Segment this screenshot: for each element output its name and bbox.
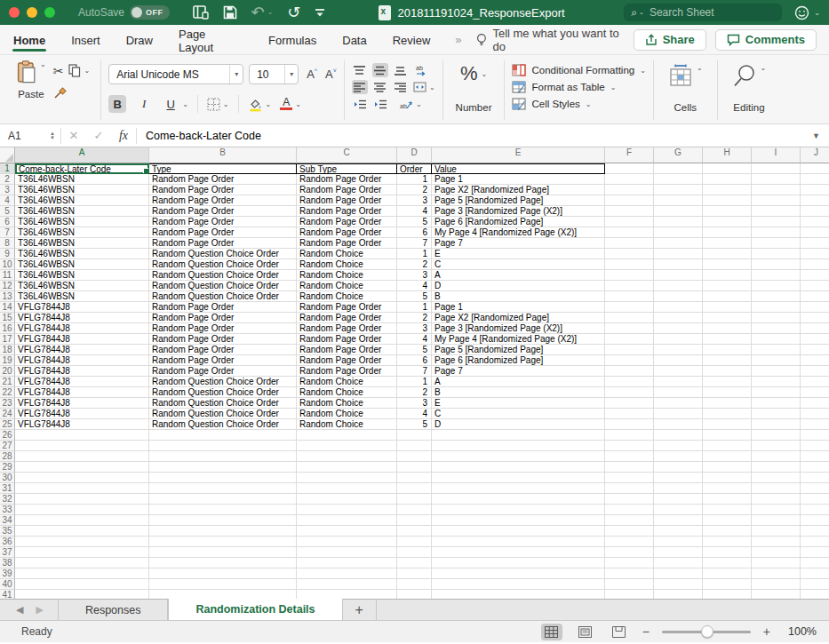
cell-G26[interactable] <box>654 430 703 441</box>
cell-H12[interactable] <box>703 281 752 291</box>
cell-D28[interactable] <box>397 451 432 462</box>
cell-C12[interactable]: Random Choice <box>297 281 397 291</box>
row-header-21[interactable]: 21 <box>0 377 15 387</box>
cell-C27[interactable] <box>297 441 397 451</box>
fullscreen-window-button[interactable] <box>44 7 55 18</box>
cell-D2[interactable]: 1 <box>397 174 432 185</box>
tab-insert[interactable]: Insert <box>70 27 101 52</box>
cell-D26[interactable] <box>397 430 432 441</box>
cancel-entry-icon[interactable]: ✕ <box>61 129 86 142</box>
row-header-4[interactable]: 4 <box>0 195 15 206</box>
cell-E6[interactable]: Page 6 [Randomized Page] <box>432 217 605 227</box>
column-header-J[interactable]: J <box>801 147 829 163</box>
column-header-A[interactable]: A <box>15 147 149 163</box>
cell-A36[interactable] <box>15 537 149 547</box>
cell-J32[interactable] <box>801 494 829 505</box>
cell-G1[interactable] <box>654 163 703 174</box>
cell-H17[interactable] <box>703 334 752 345</box>
cell-B35[interactable] <box>149 526 297 537</box>
cell-F16[interactable] <box>605 323 654 334</box>
cell-F20[interactable] <box>605 366 654 377</box>
cell-D9[interactable]: 1 <box>397 249 432 259</box>
cell-I10[interactable] <box>752 259 801 270</box>
tab-review[interactable]: Review <box>392 27 432 52</box>
cell-B17[interactable]: Random Page Order <box>149 334 297 345</box>
cell-A32[interactable] <box>15 494 149 505</box>
cell-G10[interactable] <box>654 259 703 270</box>
close-window-button[interactable] <box>9 7 20 18</box>
sheet-tab-responses[interactable]: Responses <box>58 600 169 620</box>
cell-H41[interactable] <box>703 590 752 599</box>
cell-I33[interactable] <box>752 505 801 515</box>
row-header-22[interactable]: 22 <box>0 387 15 398</box>
cell-J1[interactable] <box>801 163 829 174</box>
name-box[interactable]: A1 ▲▼ <box>0 130 60 142</box>
cell-D33[interactable] <box>397 505 432 515</box>
cell-D40[interactable] <box>397 579 432 590</box>
cell-E3[interactable]: Page X2 [Randomized Page] <box>432 185 605 195</box>
cell-A16[interactable]: VFLG7844J8 <box>15 323 149 334</box>
cell-styles-button[interactable]: Cell Styles⌄ <box>512 98 645 110</box>
cell-B27[interactable] <box>149 441 297 451</box>
row-header-30[interactable]: 30 <box>0 473 15 483</box>
cell-I7[interactable] <box>752 227 801 238</box>
cell-D1[interactable]: Order <box>397 163 432 174</box>
cell-G30[interactable] <box>654 473 703 483</box>
cell-I12[interactable] <box>752 281 801 291</box>
row-header-5[interactable]: 5 <box>0 206 15 217</box>
cell-A24[interactable]: VFLG7844J8 <box>15 409 149 419</box>
normal-view-button[interactable] <box>541 624 562 640</box>
cell-J25[interactable] <box>801 419 829 430</box>
row-header-17[interactable]: 17 <box>0 334 15 345</box>
cell-A3[interactable]: T36L46WBSN <box>15 185 149 195</box>
row-header-9[interactable]: 9 <box>0 249 15 259</box>
cell-G14[interactable] <box>654 302 703 313</box>
cell-E2[interactable]: Page 1 <box>432 174 605 185</box>
cell-D37[interactable] <box>397 547 432 558</box>
cell-D25[interactable]: 5 <box>397 419 432 430</box>
cell-J39[interactable] <box>801 568 829 579</box>
cell-I14[interactable] <box>752 302 801 313</box>
cell-F26[interactable] <box>605 430 654 441</box>
cell-B41[interactable] <box>149 590 297 599</box>
row-header-15[interactable]: 15 <box>0 313 15 323</box>
row-header-35[interactable]: 35 <box>0 526 15 537</box>
tab-page-layout[interactable]: Page Layout <box>178 20 243 60</box>
cell-G34[interactable] <box>654 515 703 526</box>
cell-I39[interactable] <box>752 568 801 579</box>
cell-E27[interactable] <box>432 441 605 451</box>
paste-button[interactable]: ⌄ Paste <box>16 60 46 99</box>
cell-A21[interactable]: VFLG7844J8 <box>15 377 149 387</box>
cell-J14[interactable] <box>801 302 829 313</box>
cell-E28[interactable] <box>432 451 605 462</box>
cell-C4[interactable]: Random Page Order <box>297 195 397 206</box>
cell-C5[interactable]: Random Page Order <box>297 206 397 217</box>
row-header-26[interactable]: 26 <box>0 430 15 441</box>
cell-B4[interactable]: Random Page Order <box>149 195 297 206</box>
cell-C19[interactable]: Random Page Order <box>297 355 397 366</box>
cell-I15[interactable] <box>752 313 801 323</box>
cell-G41[interactable] <box>654 590 703 599</box>
cell-H7[interactable] <box>703 227 752 238</box>
cell-H16[interactable] <box>703 323 752 334</box>
cell-G7[interactable] <box>654 227 703 238</box>
cell-A35[interactable] <box>15 526 149 537</box>
cell-I41[interactable] <box>752 590 801 599</box>
cell-B8[interactable]: Random Page Order <box>149 238 297 249</box>
font-name-select[interactable]: Arial Unicode MS ▾ <box>108 64 243 84</box>
sheet-tab-randomization-details[interactable]: Randomization Details <box>168 599 342 620</box>
cell-C11[interactable]: Random Choice <box>297 270 397 281</box>
cell-E17[interactable]: My Page 4 [Randomized Page (X2)] <box>432 334 605 345</box>
cell-G19[interactable] <box>654 355 703 366</box>
cell-D8[interactable]: 7 <box>397 238 432 249</box>
row-header-23[interactable]: 23 <box>0 398 15 409</box>
cell-I32[interactable] <box>752 494 801 505</box>
cell-H35[interactable] <box>703 526 752 537</box>
sheet-nav-right-icon[interactable]: ▶ <box>36 604 43 616</box>
cell-C10[interactable]: Random Choice <box>297 259 397 270</box>
cell-D11[interactable]: 3 <box>397 270 432 281</box>
cell-A38[interactable] <box>15 558 149 568</box>
cell-C32[interactable] <box>297 494 397 505</box>
cell-J27[interactable] <box>801 441 829 451</box>
cell-J16[interactable] <box>801 323 829 334</box>
